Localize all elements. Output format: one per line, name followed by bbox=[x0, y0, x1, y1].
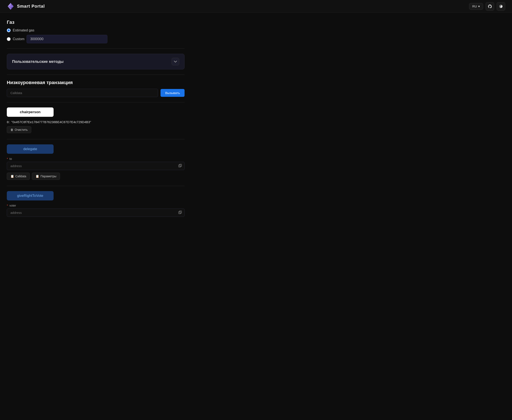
required-star-2: * bbox=[7, 204, 8, 207]
clear-button[interactable]: 🗑 Очистить bbox=[7, 126, 31, 133]
custom-gas-label: Custom bbox=[13, 37, 24, 41]
copy-voter-icon[interactable] bbox=[178, 210, 182, 215]
logo-area: Smart Portal bbox=[7, 3, 45, 10]
chevron-down-icon bbox=[174, 60, 177, 63]
custom-gas-row: Custom bbox=[7, 35, 185, 43]
delegate-card: delegate * to 📋 Calldata bbox=[7, 144, 185, 180]
app-title: Smart Portal bbox=[17, 4, 45, 9]
copy-to-icon[interactable] bbox=[178, 164, 182, 168]
voter-label: * voter bbox=[7, 204, 185, 207]
clipboard-icon-1: 📋 bbox=[10, 174, 14, 178]
voter-address-input[interactable] bbox=[7, 209, 185, 217]
estimated-gas-label: Estimated gas bbox=[13, 29, 34, 32]
divider-5 bbox=[7, 186, 185, 186]
delegate-button[interactable]: delegate bbox=[7, 144, 54, 154]
theme-toggle-button[interactable] bbox=[497, 2, 505, 11]
custom-gas-input[interactable] bbox=[27, 35, 107, 43]
estimated-gas-radio[interactable] bbox=[7, 29, 11, 32]
divider-4 bbox=[7, 139, 185, 139]
chairperson-card: chairperson 0: "0x457C8f7Ee1784777B76238… bbox=[7, 107, 185, 133]
voter-input-wrapper bbox=[7, 209, 185, 217]
gas-section: Газ Estimated gas Custom bbox=[7, 20, 185, 43]
to-address-input[interactable] bbox=[7, 162, 185, 170]
chairperson-button[interactable]: chairperson bbox=[7, 107, 54, 117]
gas-title: Газ bbox=[7, 20, 185, 25]
svg-rect-7 bbox=[178, 211, 181, 214]
calldata-input[interactable] bbox=[7, 89, 158, 97]
trash-icon: 🗑 bbox=[10, 128, 13, 131]
required-star: * bbox=[7, 157, 8, 161]
header: Smart Portal RU ▾ bbox=[0, 0, 512, 13]
call-button[interactable]: Вызывать bbox=[161, 89, 185, 97]
header-right: RU ▾ bbox=[469, 2, 505, 11]
github-button[interactable] bbox=[486, 2, 494, 11]
params-btn[interactable]: 📋 Параметры bbox=[32, 173, 60, 180]
eth-logo-icon bbox=[7, 3, 15, 10]
divider-1 bbox=[7, 48, 185, 49]
methods-expand-btn[interactable] bbox=[171, 58, 179, 65]
voter-field-wrapper: * voter bbox=[7, 204, 185, 217]
result-value: "0x457C8f7Ee1784777B76238BE4C87D7E4c729D… bbox=[11, 120, 91, 124]
estimated-gas-row: Estimated gas bbox=[7, 29, 185, 32]
divider-3 bbox=[7, 102, 185, 102]
give-right-card: giveRightToVote * voter bbox=[7, 191, 185, 217]
to-field-wrapper: * to bbox=[7, 157, 185, 170]
methods-card-title: Пользовательские методы bbox=[12, 60, 63, 64]
custom-gas-radio[interactable] bbox=[7, 37, 11, 41]
moon-icon bbox=[499, 4, 503, 8]
main-content: Газ Estimated gas Custom Пользовательски… bbox=[0, 13, 191, 230]
svg-rect-6 bbox=[179, 164, 182, 166]
svg-rect-5 bbox=[178, 165, 181, 167]
github-icon bbox=[488, 4, 492, 8]
to-input-wrapper bbox=[7, 162, 185, 170]
result-index: 0: bbox=[7, 120, 10, 124]
user-methods-card[interactable]: Пользовательские методы bbox=[7, 54, 185, 69]
low-level-row: Вызывать bbox=[7, 89, 185, 97]
calldata-btn[interactable]: 📋 Calldata bbox=[7, 173, 30, 180]
clipboard-icon-2: 📋 bbox=[36, 174, 39, 178]
delegate-action-btns: 📋 Calldata 📋 Параметры bbox=[7, 173, 185, 180]
low-level-title: Низкоуровневая транзакция bbox=[7, 80, 185, 85]
language-selector[interactable]: RU ▾ bbox=[469, 3, 483, 10]
give-right-button[interactable]: giveRightToVote bbox=[7, 191, 54, 201]
low-level-section: Низкоуровневая транзакция Вызывать bbox=[7, 80, 185, 97]
divider-2 bbox=[7, 75, 185, 75]
chairperson-result-row: 0: "0x457C8f7Ee1784777B76238BE4C87D7E4c7… bbox=[7, 120, 185, 124]
svg-rect-8 bbox=[179, 211, 182, 213]
to-label: * to bbox=[7, 157, 185, 161]
